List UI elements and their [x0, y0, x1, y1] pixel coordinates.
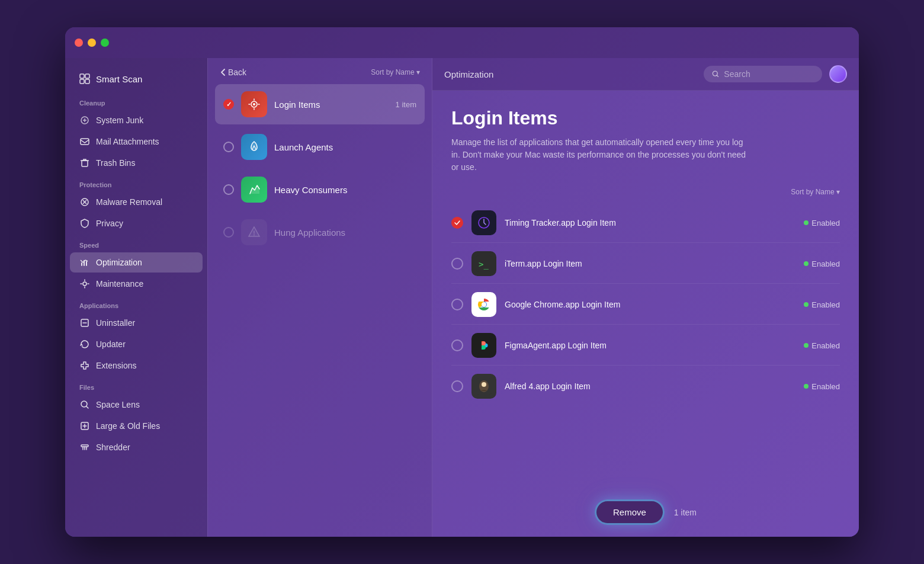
uninstaller-label: Uninstaller — [96, 318, 135, 328]
checkbox-iterm[interactable] — [451, 258, 463, 270]
sidebar-item-space-lens[interactable]: Space Lens — [70, 395, 203, 415]
detail-title: Login Items — [451, 107, 840, 129]
updater-icon — [79, 339, 90, 350]
checkbox-alfred[interactable] — [451, 380, 463, 392]
launch-agents-icon — [241, 134, 267, 160]
large-files-icon — [79, 421, 90, 431]
chrome-app-name: Google Chrome.app Login Item — [505, 300, 795, 309]
svg-rect-1 — [85, 74, 89, 78]
svg-point-23 — [254, 235, 255, 236]
list-item-login-items[interactable]: Login Items 1 item — [215, 84, 425, 124]
login-item-figma: FigmaAgent.app Login Item Enabled — [451, 326, 840, 366]
search-icon — [712, 70, 719, 78]
back-label: Back — [228, 68, 246, 77]
smart-scan-label: Smart Scan — [96, 74, 142, 84]
svg-point-14 — [83, 282, 86, 286]
middle-panel: Back Sort by Name ▾ Login Items 1 item — [207, 58, 432, 537]
sidebar-item-updater[interactable]: Updater — [70, 334, 203, 354]
svg-text:>_: >_ — [479, 259, 489, 270]
sidebar-item-maintenance[interactable]: Maintenance — [70, 274, 203, 294]
section-applications: Applications — [65, 295, 207, 312]
middle-list: Login Items 1 item Launch Agents — [208, 84, 432, 537]
sort-label[interactable]: Sort by Name ▾ — [371, 68, 420, 76]
optimization-icon — [79, 257, 90, 268]
figma-app-icon — [471, 333, 496, 358]
title-bar — [65, 27, 859, 58]
shredder-icon — [79, 442, 90, 453]
alfred-status-dot — [804, 384, 808, 389]
search-bar[interactable] — [704, 66, 822, 82]
minimize-button[interactable] — [88, 39, 96, 47]
space-lens-icon — [79, 399, 90, 410]
traffic-lights — [75, 39, 109, 47]
checkbox-figma[interactable] — [451, 339, 463, 351]
middle-header: Back Sort by Name ▾ — [208, 58, 432, 84]
heavy-consumers-label: Heavy Consumers — [274, 185, 416, 195]
login-items-icon — [241, 91, 267, 117]
malware-icon — [79, 197, 90, 207]
svg-line-11 — [81, 260, 83, 262]
login-item-chrome: Google Chrome.app Login Item Enabled — [451, 285, 840, 325]
sidebar: Smart Scan Cleanup System Junk Mail Atta… — [65, 58, 207, 537]
sidebar-item-privacy[interactable]: Privacy — [70, 213, 203, 233]
sidebar-item-large-old-files[interactable]: Large & Old Files — [70, 416, 203, 436]
close-button[interactable] — [75, 39, 83, 47]
sidebar-item-shredder[interactable]: Shredder — [70, 437, 203, 457]
maximize-button[interactable] — [101, 39, 109, 47]
checkbox-timing[interactable] — [451, 217, 463, 229]
smart-scan-icon — [79, 73, 90, 84]
sort-by-name[interactable]: Sort by Name ▾ — [791, 188, 840, 196]
chrome-app-icon — [471, 292, 496, 317]
heavy-consumers-icon — [241, 177, 267, 203]
figma-app-name: FigmaAgent.app Login Item — [505, 341, 795, 350]
iterm-app-icon: >_ — [471, 251, 496, 276]
sidebar-item-system-junk[interactable]: System Junk — [70, 110, 203, 130]
remove-button[interactable]: Remove — [595, 499, 665, 525]
iterm-status-dot — [804, 261, 808, 266]
list-item-heavy-consumers[interactable]: Heavy Consumers — [215, 169, 425, 210]
launch-agents-label: Launch Agents — [274, 142, 416, 152]
back-button[interactable]: Back — [220, 68, 246, 77]
sidebar-item-extensions[interactable]: Extensions — [70, 355, 203, 376]
iterm-status-label: Enabled — [811, 259, 840, 268]
section-files: Files — [65, 377, 207, 393]
sidebar-item-smart-scan[interactable]: Smart Scan — [70, 68, 203, 90]
figma-status-dot — [804, 343, 808, 348]
checkbox-chrome[interactable] — [451, 299, 463, 310]
timing-status-dot — [804, 220, 808, 225]
alfred-app-icon — [471, 374, 496, 399]
malware-removal-label: Malware Removal — [96, 197, 162, 207]
timing-app-name: Timing Tracker.app Login Item — [505, 218, 795, 227]
updater-label: Updater — [96, 339, 126, 349]
timing-status: Enabled — [804, 219, 840, 227]
system-junk-label: System Junk — [96, 116, 143, 125]
selected-item-count: 1 item — [674, 508, 697, 517]
login-items-list: Timing Tracker.app Login Item Enabled >_… — [451, 203, 840, 406]
section-protection: Protection — [65, 174, 207, 191]
extensions-icon — [79, 360, 90, 371]
sidebar-item-optimization[interactable]: Optimization — [70, 252, 203, 273]
detail-description: Manage the list of applications that get… — [451, 136, 747, 174]
svg-point-36 — [482, 382, 486, 387]
search-input[interactable] — [724, 69, 814, 79]
radio-heavy-consumers — [223, 184, 234, 195]
main-window: Smart Scan Cleanup System Junk Mail Atta… — [65, 27, 859, 537]
sidebar-item-uninstaller[interactable]: Uninstaller — [70, 313, 203, 333]
chrome-status: Enabled — [804, 300, 840, 309]
sidebar-item-malware-removal[interactable]: Malware Removal — [70, 192, 203, 212]
sidebar-item-mail-attachments[interactable]: Mail Attachments — [70, 132, 203, 152]
list-item-launch-agents[interactable]: Launch Agents — [215, 127, 425, 167]
optimization-label: Optimization — [96, 258, 142, 267]
sidebar-item-trash-bins[interactable]: Trash Bins — [70, 153, 203, 173]
user-avatar[interactable] — [829, 65, 847, 83]
timing-app-icon — [471, 210, 496, 235]
maintenance-label: Maintenance — [96, 279, 143, 289]
trash-icon — [79, 158, 90, 168]
extensions-label: Extensions — [96, 361, 136, 370]
hung-applications-icon — [241, 219, 267, 245]
radio-launch-agents — [223, 142, 234, 152]
alfred-status-label: Enabled — [811, 382, 840, 391]
maintenance-icon — [79, 278, 90, 289]
timing-status-label: Enabled — [811, 219, 840, 227]
privacy-label: Privacy — [96, 219, 123, 228]
